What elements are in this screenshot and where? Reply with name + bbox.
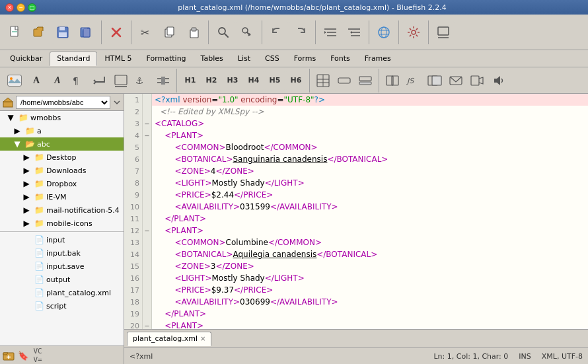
fold-gutter[interactable] <box>143 94 152 106</box>
html-img-btn[interactable] <box>4 71 25 91</box>
fold-gutter[interactable] <box>143 272 152 284</box>
document-tab-plant-catalog[interactable]: plant_catalog.xml × <box>127 332 211 346</box>
line-content[interactable]: <PLANT> <box>152 320 206 329</box>
html-video-btn[interactable] <box>467 71 487 91</box>
tab-quickbar[interactable]: Quickbar <box>3 52 50 66</box>
line-content[interactable]: <PLANT> <box>152 225 206 237</box>
tree-item-input[interactable]: 📄 input <box>0 233 124 246</box>
close-button[interactable]: × <box>5 3 14 12</box>
tab-fonts[interactable]: Fonts <box>323 52 357 66</box>
document-tab-close-btn[interactable]: × <box>200 335 205 342</box>
minimize-button[interactable]: − <box>17 3 25 12</box>
tab-frames[interactable]: Frames <box>357 52 398 66</box>
tab-tables[interactable]: Tables <box>194 52 231 66</box>
fold-gutter[interactable] <box>143 296 152 308</box>
sidebar-bookmark-btn[interactable]: 🔖 <box>16 348 30 363</box>
html-italic-btn[interactable]: A <box>48 71 67 91</box>
new-button[interactable] <box>4 21 26 44</box>
html-js-btn[interactable]: JS <box>404 71 423 91</box>
fold-gutter[interactable] <box>143 237 152 248</box>
fold-gutter[interactable] <box>143 165 152 177</box>
fold-gutter[interactable] <box>143 213 152 225</box>
unindent-button[interactable] <box>343 21 365 44</box>
fold-gutter[interactable] <box>143 248 152 260</box>
html-img2-btn[interactable] <box>111 71 131 91</box>
fold-gutter[interactable] <box>143 141 152 153</box>
save-button[interactable] <box>52 21 74 44</box>
code-editor[interactable]: 1 <?xml version="1.0" encoding="UTF-8"?>… <box>124 94 588 329</box>
html-h2-btn[interactable]: H2 <box>202 71 221 91</box>
html-special-btn[interactable] <box>383 71 402 91</box>
line-content[interactable]: </PLANT> <box>152 213 209 225</box>
redo-button[interactable] <box>289 21 312 44</box>
sidebar-special-btn[interactable]: VCV= <box>30 348 45 363</box>
line-content[interactable]: <PRICE>$9.37</PRICE> <box>152 284 276 296</box>
fold-gutter[interactable] <box>143 153 152 165</box>
paste-button[interactable] <box>182 21 205 44</box>
fold-gutter[interactable] <box>143 260 152 272</box>
fold-gutter[interactable] <box>143 177 152 189</box>
indent-button[interactable] <box>319 21 342 44</box>
line-content[interactable]: <BOTANICAL>Sanguinaria canadensis</BOTAN… <box>152 153 390 165</box>
tree-item-output[interactable]: 📄 output <box>0 273 124 286</box>
find-button[interactable] <box>212 21 235 44</box>
save-all-button[interactable] <box>75 21 98 44</box>
html-table-btn[interactable] <box>313 71 333 91</box>
preferences-button[interactable] <box>402 21 425 44</box>
html-hr-btn[interactable] <box>153 71 173 91</box>
browser-button[interactable] <box>373 21 395 44</box>
line-content[interactable]: <LIGHT>Mostly Shady</LIGHT> <box>152 177 307 189</box>
html-return-btn[interactable] <box>90 71 110 91</box>
html-h5-btn[interactable]: H5 <box>265 71 285 91</box>
tab-formatting[interactable]: Formatting <box>139 52 194 66</box>
tree-item-desktop[interactable]: ▶ 📁 Desktop <box>0 151 124 164</box>
fold-gutter[interactable]: − <box>143 225 152 237</box>
html-email-btn[interactable] <box>446 71 466 91</box>
html-h3-btn[interactable]: H3 <box>223 71 242 91</box>
fold-gutter[interactable] <box>143 308 152 320</box>
tree-item-input-bak[interactable]: 📄 input.bak <box>0 246 124 260</box>
fold-gutter[interactable] <box>143 201 152 213</box>
tree-item-mailnotif[interactable]: ▶ 📁 mail-notification-5.4 <box>0 203 124 217</box>
html-h4-btn[interactable]: H4 <box>244 71 264 91</box>
line-content[interactable]: <AVAILABILITY>031599</AVAILABILITY> <box>152 201 341 213</box>
fold-gutter[interactable] <box>143 189 152 201</box>
fullscreen-button[interactable] <box>432 21 455 44</box>
html-h1-btn[interactable]: H1 <box>180 71 200 91</box>
tab-standard[interactable]: Standard <box>50 52 97 66</box>
tree-item-mobileicons[interactable]: ▶ 📁 mobile-icons <box>0 217 124 230</box>
undo-button[interactable] <box>266 21 288 44</box>
tab-forms[interactable]: Forms <box>287 52 323 66</box>
html-link-btn[interactable]: ⚓ <box>132 71 152 91</box>
tree-item-dropbox[interactable]: ▶ 📁 Dropbox <box>0 177 124 190</box>
line-content[interactable]: <CATALOG> <box>152 118 207 129</box>
line-content[interactable]: <COMMON>Bloodroot</COMMON> <box>152 141 320 153</box>
tab-list[interactable]: List <box>231 52 258 66</box>
line-content[interactable]: <?xml version="1.0" encoding="UTF-8"?> <box>152 94 328 106</box>
html-audio-btn[interactable] <box>488 71 508 91</box>
html-bold-btn[interactable]: A <box>26 71 46 91</box>
line-content[interactable]: </PLANT> <box>152 308 209 320</box>
line-content[interactable]: <COMMON>Columbine</COMMON> <box>152 237 324 248</box>
open-button[interactable] <box>28 21 50 44</box>
fold-gutter[interactable]: − <box>143 129 152 141</box>
tab-css[interactable]: CSS <box>258 52 287 66</box>
html-h6-btn[interactable]: H6 <box>286 71 306 91</box>
line-content[interactable]: <!-- Edited by XMLSpy --> <box>152 106 267 118</box>
fold-gutter[interactable] <box>143 284 152 296</box>
tree-item-wmobbs[interactable]: ▼ 📁 wmobbs <box>0 111 124 124</box>
sidebar-new-folder-btn[interactable] <box>1 348 16 363</box>
line-content[interactable]: <ZONE>3</ZONE> <box>152 260 257 272</box>
fold-gutter[interactable]: − <box>143 320 152 329</box>
html-input-btn[interactable] <box>334 71 354 91</box>
find-replace-button[interactable] <box>236 21 258 44</box>
maximize-button[interactable]: □ <box>28 3 36 12</box>
html-select-btn[interactable] <box>355 71 375 91</box>
line-content[interactable]: <LIGHT>Mostly Shady</LIGHT> <box>152 272 307 284</box>
close-file-button[interactable] <box>105 21 128 44</box>
tree-item-downloads[interactable]: ▶ 📁 Downloads <box>0 164 124 177</box>
tree-item-ievm[interactable]: ▶ 📁 IE-VM <box>0 190 124 203</box>
copy-button[interactable] <box>159 21 181 44</box>
tree-item-script[interactable]: 📄 script <box>0 299 124 312</box>
line-content[interactable]: <ZONE>4</ZONE> <box>152 165 257 177</box>
